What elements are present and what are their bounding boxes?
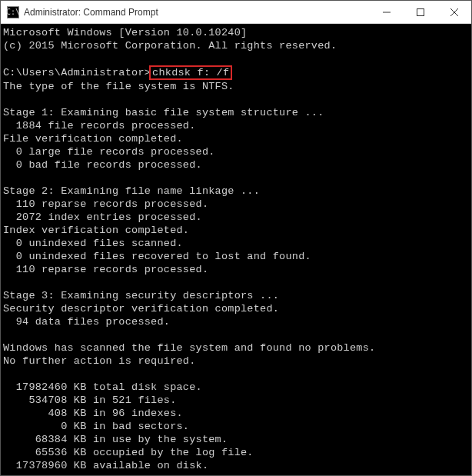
prompt-prefix: C:\Users\Administrator> — [3, 67, 151, 78]
version-line: Microsoft Windows [Version 10.0.10240] — [3, 27, 247, 38]
disk-stat: 68384 KB in use by the system. — [3, 434, 228, 445]
stage1-line: 0 bad file records processed. — [3, 159, 202, 171]
copyright-line: (c) 2015 Microsoft Corporation. All righ… — [3, 40, 337, 52]
stage2-line: 110 reparse records processed. — [3, 198, 208, 210]
stage3-line: Security descriptor verification complet… — [3, 303, 279, 315]
command-prompt-window: C:\ Administrator: Command Prompt Micros… — [0, 0, 472, 476]
cmd-icon: C:\ — [7, 6, 19, 18]
stage1-line: 0 large file records processed. — [3, 146, 215, 158]
stage2-line: 2072 index entries processed. — [3, 211, 202, 223]
window-title: Administrator: Command Prompt — [24, 7, 370, 18]
svg-rect-1 — [417, 8, 424, 15]
stage1-title: Stage 1: Examining basic file system str… — [3, 107, 324, 118]
disk-stat: 17378960 KB available on disk. — [3, 460, 208, 471]
stage1-line: 1884 file records processed. — [3, 120, 196, 131]
stage3-line: 94 data files processed. — [3, 316, 170, 328]
disk-stat: 65536 KB occupied by the log file. — [3, 447, 254, 458]
disk-stat: 17982460 KB total disk space. — [3, 381, 202, 393]
highlighted-command: chkdsk f: /f — [149, 65, 232, 80]
stage2-title: Stage 2: Examining file name linkage ... — [3, 185, 260, 197]
stage1-line: File verification completed. — [3, 133, 183, 145]
stage2-line: 110 reparse records processed. — [3, 264, 208, 275]
minimize-button[interactable] — [370, 1, 404, 23]
window-controls — [370, 1, 471, 23]
summary-line: No further action is required. — [3, 355, 196, 367]
maximize-button[interactable] — [404, 1, 437, 23]
titlebar: C:\ Administrator: Command Prompt — [1, 1, 471, 24]
stage2-line: 0 unindexed files recovered to lost and … — [3, 251, 311, 262]
disk-stat: 0 KB in bad sectors. — [3, 421, 189, 432]
summary-line: Windows has scanned the file system and … — [3, 342, 375, 354]
stage3-title: Stage 3: Examining security descriptors … — [3, 290, 279, 301]
stage2-line: 0 unindexed files scanned. — [3, 238, 183, 249]
disk-stat: 534708 KB in 521 files. — [3, 394, 177, 406]
disk-stat: 408 KB in 96 indexes. — [3, 408, 183, 419]
close-button[interactable] — [437, 1, 471, 23]
fs-type-line: The type of the file system is NTFS. — [3, 81, 234, 92]
terminal-output[interactable]: Microsoft Windows [Version 10.0.10240] (… — [1, 24, 471, 475]
stage2-line: Index verification completed. — [3, 225, 189, 236]
